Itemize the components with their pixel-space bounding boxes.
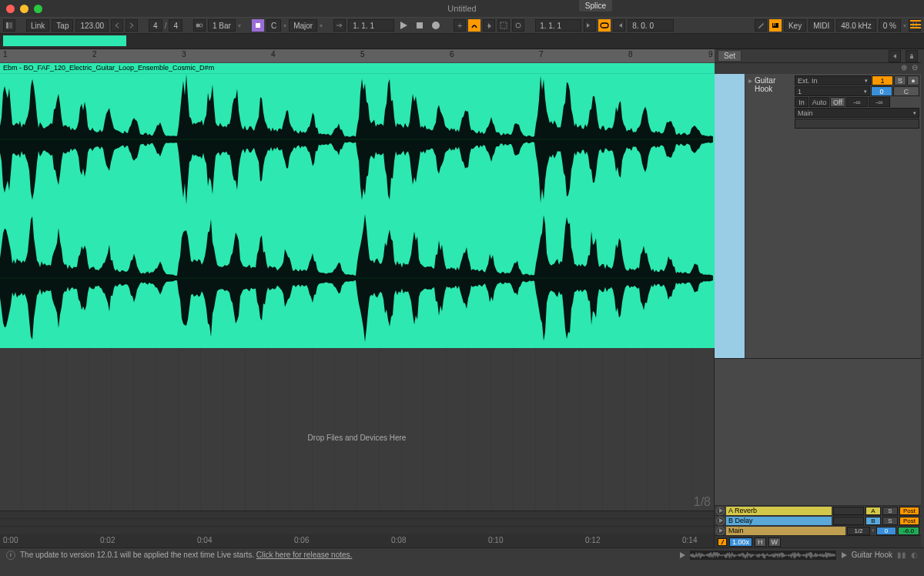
browser-toggle-icon[interactable]	[3, 19, 15, 32]
play-button[interactable]	[397, 19, 410, 32]
track-activator[interactable]: 1	[872, 75, 893, 85]
scale-mode-icon[interactable]	[252, 19, 264, 32]
marker-prev-icon[interactable]	[889, 50, 901, 62]
send-b-knob[interactable]: 0	[871, 86, 892, 96]
minimize-window-button[interactable]	[20, 5, 28, 13]
return-b-post[interactable]: Post	[899, 517, 919, 525]
return-b-send[interactable]	[833, 517, 864, 525]
punch-out-icon[interactable]	[613, 19, 625, 32]
close-window-button[interactable]	[6, 5, 15, 13]
audio-clip[interactable]: Ebm - BO_FAF_120_Electric_Guitar_Loop_En…	[0, 63, 715, 348]
remove-track-icon[interactable]: ⊖	[912, 63, 918, 74]
clip-overview-wave[interactable]	[690, 551, 836, 560]
return-a-play-icon[interactable]	[716, 507, 725, 515]
loop-switch-icon[interactable]	[598, 19, 611, 32]
track-header[interactable]: ▸ Guitar Hook	[745, 74, 793, 358]
main-play-icon[interactable]	[716, 527, 725, 535]
audio-output[interactable]: Main	[795, 108, 919, 118]
track-fold-icon[interactable]: ▸	[748, 76, 752, 85]
warp-amount[interactable]: 1.00x	[729, 537, 752, 547]
bar-ruler[interactable]: 1 2 3 4 5 6 7 8 9	[0, 49, 715, 63]
record-button[interactable]	[429, 19, 443, 32]
solo-button[interactable]: S	[894, 75, 906, 85]
monitor-off[interactable]: Off	[830, 97, 845, 107]
grid-resolution[interactable]: 1/8	[694, 495, 711, 509]
main-cue-out[interactable]: 1/2	[847, 527, 870, 535]
arrangement-position[interactable]: 1. 1. 1	[348, 19, 394, 32]
warp-icon[interactable]	[718, 538, 727, 546]
audio-input-channel[interactable]: 1	[795, 86, 870, 96]
arrangement-view-icon[interactable]	[910, 20, 921, 28]
scale-name[interactable]: Major	[289, 19, 317, 32]
punch-in-icon[interactable]	[584, 19, 596, 32]
main-name[interactable]: Main	[726, 527, 845, 535]
track-name[interactable]: Guitar Hook	[755, 76, 790, 93]
io-toggle-icon[interactable]: ▮▮	[897, 551, 906, 559]
return-b-play-icon[interactable]	[716, 517, 725, 525]
detail-play-icon-2[interactable]	[841, 552, 847, 558]
clip-name[interactable]: Ebm - BO_FAF_120_Electric_Guitar_Loop_En…	[0, 63, 715, 74]
midi-map-button[interactable]: MIDI	[808, 19, 834, 32]
audio-input-type[interactable]: Ext. In	[795, 75, 871, 85]
stop-button[interactable]	[413, 19, 427, 32]
tempo-nudge-up-icon[interactable]	[126, 19, 138, 32]
h-button[interactable]: H	[755, 537, 766, 547]
draw-mode-icon[interactable]	[755, 19, 767, 32]
arrangement-overview[interactable]	[0, 34, 924, 49]
maximize-window-button[interactable]	[34, 5, 42, 13]
loop-start-position[interactable]: 1. 1. 1	[535, 19, 581, 32]
metronome-icon[interactable]	[193, 19, 206, 32]
detail-play-icon[interactable]	[679, 552, 685, 558]
time-sig-numerator[interactable]: 4	[149, 19, 162, 32]
drop-zone[interactable]: Drop Files and Devices Here	[0, 350, 714, 525]
tempo-nudge-down-icon[interactable]	[111, 19, 123, 32]
capture-midi-icon[interactable]	[497, 19, 510, 32]
return-a-send[interactable]	[833, 507, 864, 515]
set-button[interactable]: Set	[718, 50, 742, 62]
return-b-row[interactable]: B Delay B S Post	[715, 515, 921, 525]
sample-rate-display[interactable]: 48.0 kHz	[836, 19, 875, 32]
return-a-solo[interactable]: S	[882, 507, 898, 515]
time-ruler[interactable]: 0:00 0:02 0:04 0:06 0:08 0:10 0:12 0:14	[0, 534, 714, 548]
loop-brace[interactable]	[0, 49, 715, 63]
time-sig-denominator[interactable]: 4	[169, 19, 182, 32]
quantize-menu[interactable]: 1 Bar	[208, 19, 236, 32]
reenable-automation-icon[interactable]	[483, 19, 495, 32]
main-vol[interactable]: 0	[876, 527, 896, 535]
follow-icon[interactable]	[333, 19, 346, 32]
return-a-name[interactable]: A Reverb	[726, 507, 832, 515]
tap-tempo-button[interactable]: Tap	[52, 19, 73, 32]
detail-toggle-icon[interactable]: ◐	[911, 551, 918, 559]
return-a-post[interactable]: Post	[899, 507, 919, 515]
arrangement-area[interactable]: Ebm - BO_FAF_120_Electric_Guitar_Loop_En…	[0, 63, 715, 548]
return-b-name[interactable]: B Delay	[726, 517, 832, 525]
return-a-row[interactable]: A Reverb A S Post	[715, 505, 921, 515]
monitor-auto[interactable]: Auto	[809, 97, 829, 107]
key-map-button[interactable]: Key	[784, 19, 806, 32]
info-icon[interactable]: i	[6, 551, 15, 560]
overdub-icon[interactable]: +	[454, 19, 466, 32]
automation-arm-icon[interactable]	[468, 19, 480, 32]
return-b-letter[interactable]: B	[865, 517, 881, 525]
tempo-field[interactable]: 123.00	[75, 19, 109, 32]
release-notes-link[interactable]: Click here for release notes.	[256, 551, 353, 559]
detail-track-name[interactable]: Guitar Hook	[852, 551, 892, 559]
output-channel[interactable]	[795, 119, 919, 129]
track-row[interactable]: ▸ Guitar Hook Ext. In 1 S ● 1 0 C In Aut…	[715, 74, 921, 359]
overview-visible-region[interactable]	[3, 35, 126, 46]
return-b-solo[interactable]: S	[882, 517, 898, 525]
session-record-icon[interactable]	[512, 19, 524, 32]
computer-midi-keyboard-icon[interactable]	[769, 19, 782, 32]
monitor-in[interactable]: In	[795, 97, 808, 107]
add-track-icon[interactable]: ⊕	[901, 63, 907, 74]
cue-button[interactable]: C	[893, 86, 919, 96]
loop-length[interactable]: 8. 0. 0	[628, 19, 674, 32]
return-a-letter[interactable]: A	[865, 507, 881, 515]
w-button[interactable]: W	[768, 537, 782, 547]
main-track-row[interactable]: Main 1/2 ▾ 0 -6.0	[715, 525, 921, 535]
link-button[interactable]: Link	[26, 19, 49, 32]
cpu-load-display[interactable]: 0 %	[879, 19, 901, 32]
automation-lanes[interactable]	[0, 511, 714, 534]
track-color-strip[interactable]	[715, 74, 745, 358]
locator-lock-icon[interactable]	[906, 50, 918, 62]
